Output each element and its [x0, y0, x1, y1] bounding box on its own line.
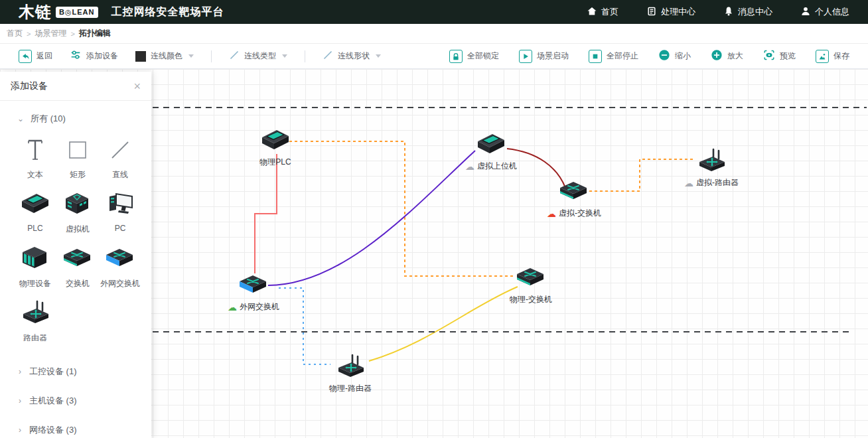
scene-start-button[interactable]: 场景启动	[519, 50, 569, 63]
category-host[interactable]: › 主机设备 (3)	[0, 386, 151, 415]
nav-home-label: 首页	[601, 6, 618, 18]
chevron-down-icon: ⌄	[17, 114, 24, 123]
palette-item-text[interactable]: 文本	[15, 137, 56, 181]
logo-text: 木链	[19, 4, 52, 20]
breadcrumb-topology-edit: 拓扑编辑	[79, 28, 111, 39]
router-node-icon	[334, 371, 366, 382]
nav-home[interactable]: 首页	[587, 6, 618, 19]
diagonal-line-icon	[229, 50, 240, 62]
plc-node-icon	[259, 145, 291, 156]
nav-message-center[interactable]: 消息中心	[723, 6, 772, 19]
back-button[interactable]: 返回	[19, 50, 52, 63]
palette-item-vm[interactable]: 虚拟机	[57, 191, 98, 235]
chevron-right-icon: ›	[19, 425, 21, 435]
nav-message-center-label: 消息中心	[738, 6, 772, 18]
node-label: ☁虚拟上位机	[465, 161, 517, 172]
toolbar-divider	[211, 50, 212, 62]
cloud-status-icon: ☁	[465, 162, 474, 171]
panel-title: 添加设备	[11, 80, 48, 92]
back-arrow-icon	[19, 50, 32, 63]
topology-node-virtual-router[interactable]: ☁虚拟-路由器	[695, 148, 727, 177]
node-label: 物理PLC	[259, 157, 291, 168]
plus-circle-icon	[711, 49, 723, 63]
stop-all-label: 全部停止	[607, 50, 638, 62]
toolbar-right-group: 全部锁定 场景启动 全部停止 缩小 放大	[449, 49, 849, 63]
zoom-out-button[interactable]: 缩小	[658, 49, 691, 63]
physical-device-icon	[19, 246, 51, 275]
palette-item-label: 外网交换机	[100, 278, 140, 289]
lock-icon	[449, 50, 463, 63]
sliders-icon	[70, 49, 82, 63]
user-icon	[800, 6, 811, 19]
chevron-down-icon	[282, 54, 287, 58]
palette-item-label: 文本	[27, 169, 43, 181]
palette-item-switch[interactable]: 交换机	[57, 246, 98, 289]
top-nav: 首页 处理中心 消息中心 个人信息	[587, 6, 849, 19]
home-icon	[587, 6, 597, 19]
zoom-out-label: 缩小	[675, 50, 691, 62]
lock-all-label: 全部锁定	[467, 50, 499, 62]
palette-item-external-switch[interactable]: 外网交换机	[100, 246, 141, 289]
topology-node-external-switch[interactable]: ☁外网交换机	[238, 272, 269, 301]
breadcrumb: 首页 > 场景管理 > 拓扑编辑	[0, 24, 868, 44]
category-industrial[interactable]: › 工控设备 (1)	[0, 357, 151, 386]
save-button[interactable]: 保存	[816, 50, 849, 63]
line-color-dropdown[interactable]: 连线颜色	[135, 50, 194, 62]
add-device-panel: 添加设备 × ⌄ 所有 (10) 文本 矩形 直线 PLC	[0, 72, 151, 438]
diagonal-line-icon	[323, 50, 333, 62]
text-tool-icon	[19, 137, 51, 166]
category-list: › 工控设备 (1) › 主机设备 (3) › 网络设备 (3) › 安全设备 …	[0, 348, 151, 438]
logo-badge: B◎LEAN	[56, 7, 98, 18]
nav-profile-label: 个人信息	[815, 6, 849, 18]
group-all-label: 所有 (10)	[31, 113, 66, 125]
line-shape-label: 连线形状	[338, 50, 370, 62]
chevron-right-icon: ›	[19, 396, 21, 405]
topology-node-physical-switch[interactable]: 物理-交换机	[515, 265, 547, 294]
group-all-toggle[interactable]: ⌄ 所有 (10)	[0, 101, 151, 129]
chevron-down-icon	[376, 54, 381, 58]
external-switch-device-icon	[104, 246, 136, 275]
image-save-icon	[816, 50, 829, 63]
palette-item-label: PLC	[27, 224, 42, 233]
switch-device-icon	[62, 246, 94, 275]
topology-node-virtual-switch[interactable]: ☁虚拟-交换机	[558, 179, 590, 208]
palette-item-label: 物理设备	[19, 278, 51, 289]
app-header: 木链 B◎LEAN 工控网络安全靶场平台 首页 处理中心 消息中心 个	[0, 0, 868, 24]
close-icon[interactable]: ×	[133, 80, 141, 92]
preview-button[interactable]: 预览	[763, 49, 796, 63]
line-shape-dropdown[interactable]: 连线形状	[323, 50, 381, 62]
app-logo: 木链 B◎LEAN 工控网络安全靶场平台	[19, 4, 224, 20]
nav-process-center[interactable]: 处理中心	[646, 6, 695, 19]
bell-icon	[723, 6, 734, 19]
palette-item-label: 直线	[112, 169, 128, 181]
nav-process-center-label: 处理中心	[661, 6, 695, 18]
palette-item-plc[interactable]: PLC	[15, 191, 56, 235]
zoom-in-button[interactable]: 放大	[711, 49, 743, 63]
stop-all-button[interactable]: 全部停止	[589, 50, 638, 63]
topology-node-physical-router[interactable]: 物理-路由器	[334, 354, 366, 383]
node-label: 物理-路由器	[329, 383, 372, 394]
palette-item-line[interactable]: 直线	[100, 137, 141, 181]
play-icon	[519, 50, 532, 63]
palette-item-rect[interactable]: 矩形	[57, 137, 98, 181]
line-type-dropdown[interactable]: 连线类型	[229, 50, 287, 62]
line-type-label: 连线类型	[244, 50, 276, 62]
topology-node-physical-plc[interactable]: 物理PLC	[259, 127, 291, 157]
add-device-button[interactable]: 添加设备	[70, 49, 118, 63]
zoom-in-label: 放大	[727, 50, 743, 62]
lock-all-button[interactable]: 全部锁定	[449, 50, 499, 63]
breadcrumb-home[interactable]: 首页	[7, 28, 23, 39]
nav-profile[interactable]: 个人信息	[800, 6, 849, 19]
stop-icon	[589, 50, 602, 63]
topology-node-virtual-host[interactable]: ☁虚拟上位机	[475, 131, 507, 161]
breadcrumb-scene-management[interactable]: 场景管理	[35, 28, 66, 39]
palette-item-label: 矩形	[70, 169, 86, 181]
back-button-label: 返回	[36, 50, 52, 62]
palette-item-router[interactable]: 路由器	[15, 300, 56, 344]
category-network[interactable]: › 网络设备 (3)	[0, 415, 151, 438]
palette-item-physical-device[interactable]: 物理设备	[15, 246, 56, 289]
preview-eye-icon	[763, 49, 775, 63]
router-node-icon	[695, 165, 727, 177]
cloud-status-icon: ☁	[684, 179, 693, 188]
palette-item-pc[interactable]: PC	[100, 191, 141, 235]
